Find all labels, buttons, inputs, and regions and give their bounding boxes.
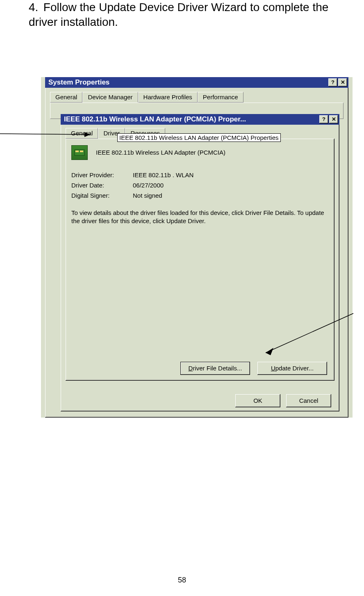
driver-button-row: Driver File Details... Update Driver... <box>180 362 327 375</box>
adapter-properties-titlebar: IEEE 802.11b Wireless LAN Adapter (PCMCI… <box>61 114 339 125</box>
system-properties-tabs: General Device Manager Hardware Profiles… <box>50 92 344 103</box>
svg-rect-1 <box>75 151 79 152</box>
step-text: Follow the Update Device Driver Wizard t… <box>29 1 328 28</box>
driver-provider-row: Driver Provider: IEEE 802.11b . WLAN <box>71 171 329 178</box>
tab-general-inner[interactable]: General <box>66 128 98 139</box>
driver-date-label: Driver Date: <box>71 182 133 189</box>
device-name: IEEE 802.11b Wireless LAN Adapter (PCMCI… <box>96 149 225 156</box>
tab-performance[interactable]: Performance <box>198 92 243 103</box>
network-card-icon <box>71 145 88 160</box>
device-header: IEEE 802.11b Wireless LAN Adapter (PCMCI… <box>71 145 329 160</box>
window-title: IEEE 802.11b Wireless LAN Adapter (PCMCI… <box>64 115 318 123</box>
tab-general[interactable]: General <box>50 92 82 103</box>
digital-signer-value: Not signed <box>133 192 162 199</box>
driver-provider-label: Driver Provider: <box>71 171 133 178</box>
button-label: Driver File Details... <box>189 365 242 372</box>
driver-provider-value: IEEE 802.11b . WLAN <box>133 171 193 178</box>
system-properties-titlebar: System Properties ? ✕ <box>45 77 348 88</box>
page-number: 58 <box>0 576 364 585</box>
step-number: 4. <box>29 0 40 15</box>
button-label: Update Driver... <box>271 365 314 372</box>
instruction-text: 4. Follow the Update Device Driver Wizar… <box>29 0 348 30</box>
dialog-button-row: OK Cancel <box>235 394 331 407</box>
driver-info-grid: Driver Provider: IEEE 802.11b . WLAN Dri… <box>71 171 329 199</box>
ok-button[interactable]: OK <box>235 394 280 407</box>
update-driver-button[interactable]: Update Driver... <box>257 362 327 375</box>
tab-hardware-profiles[interactable]: Hardware Profiles <box>138 92 198 103</box>
digital-signer-label: Digital Signer: <box>71 192 133 199</box>
screenshot-figure: System Properties ? ✕ General Device Man… <box>41 77 353 418</box>
tooltip: IEEE 802.11b Wireless LAN Adapter (PCMCI… <box>117 133 281 142</box>
driver-date-row: Driver Date: 06/27/2000 <box>71 182 329 189</box>
svg-rect-2 <box>80 151 83 152</box>
close-button[interactable]: ✕ <box>329 115 338 123</box>
help-button[interactable]: ? <box>328 78 337 87</box>
cancel-button[interactable]: Cancel <box>286 394 331 407</box>
driver-help-text: To view details about the driver files l… <box>71 209 329 226</box>
driver-tab-body: IEEE 802.11b Wireless LAN Adapter (PCMCI… <box>66 139 334 381</box>
adapter-properties-window: IEEE 802.11b Wireless LAN Adapter (PCMCI… <box>61 114 339 411</box>
driver-date-value: 06/27/2000 <box>133 182 164 189</box>
window-title: System Properties <box>48 78 328 87</box>
driver-file-details-button[interactable]: Driver File Details... <box>180 362 250 375</box>
help-button[interactable]: ? <box>319 115 328 123</box>
digital-signer-row: Digital Signer: Not signed <box>71 192 329 199</box>
close-button[interactable]: ✕ <box>338 78 347 87</box>
tab-device-manager[interactable]: Device Manager <box>82 92 138 103</box>
